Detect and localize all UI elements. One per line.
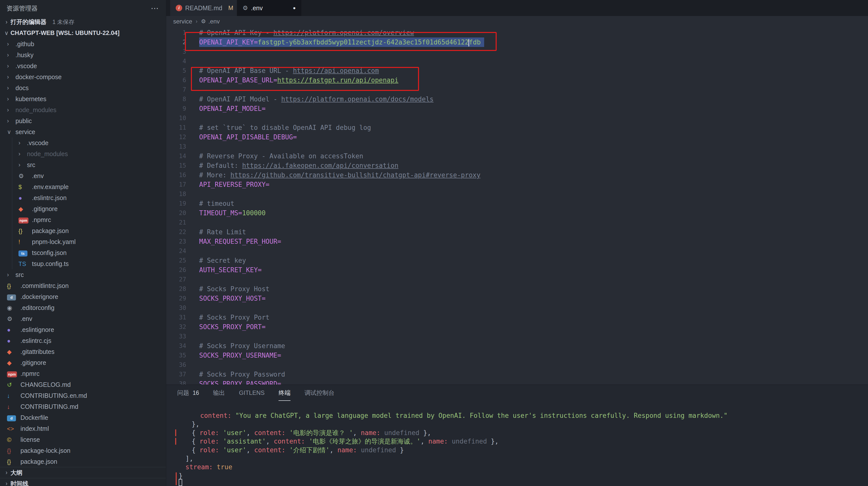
line-number: 14 (166, 151, 186, 161)
line-content: OPENAI_API_KEY=fastgpt-y6b3axfbdd5wyp011… (199, 37, 484, 47)
tab-readme[interactable]: iREADME.mdM (170, 0, 237, 16)
tree-file-CONTRIBUTING.en.md[interactable]: ↓CONTRIBUTING.en.md (0, 390, 166, 401)
tree-folder-node_modules[interactable]: ›node_modules (0, 105, 166, 115)
tree-file-CHANGELOG.md[interactable]: ↺CHANGELOG.md (0, 379, 166, 390)
editor-line: 38SOCKS_PROXY_PASSWORD= (166, 379, 868, 384)
tree-file-package.json[interactable]: {}package.json (0, 225, 166, 236)
panel-tab-gitlens[interactable]: GITLENS (239, 385, 265, 401)
tree-file-.env[interactable]: ⚙.env (0, 313, 166, 324)
eslint-icon: ● (7, 337, 11, 344)
tree-folder-src[interactable]: ›src (0, 159, 166, 170)
tree-file-.eslintrc.cjs[interactable]: ●.eslintrc.cjs (0, 335, 166, 346)
editor-line: 15# Default: https://ai.fakeopen.com/api… (166, 161, 868, 170)
line-number: 10 (166, 113, 186, 123)
tree-file-CONTRIBUTING.md[interactable]: ↓CONTRIBUTING.md (0, 401, 166, 412)
line-number: 9 (166, 104, 186, 113)
tree-file-.eslintignore[interactable]: ●.eslintignore (0, 324, 166, 335)
tree-file-.editorconfig[interactable]: ◉.editorconfig (0, 302, 166, 313)
tsconfig-icon: ts (19, 251, 27, 256)
line-content: MAX_REQUEST_PER_HOUR= (199, 237, 281, 246)
editor-line: 4 (166, 56, 868, 66)
panel-tab-problems[interactable]: 问题16 (177, 385, 199, 401)
tab-env[interactable]: ⚙.env● (237, 0, 302, 16)
tree-folder-kubernetes[interactable]: ›kubernetes (0, 93, 166, 105)
tree-folder-node_modules[interactable]: ›node_modules (0, 148, 166, 159)
file-label: public (16, 117, 32, 125)
tree-folder-.vscode[interactable]: ›.vscode (0, 137, 166, 148)
tree-folder-docs[interactable]: ›docs (0, 82, 166, 93)
eslint-icon: ● (7, 326, 11, 333)
section-timeline[interactable]: ›时间线 (0, 478, 166, 486)
line-content: AUTH_SECRET_KEY= (199, 265, 261, 275)
line-number: 11 (166, 123, 186, 132)
breadcrumb-service[interactable]: service (173, 18, 192, 25)
unsaved-dot-icon: ● (293, 5, 296, 11)
editor-line: 33 (166, 332, 868, 341)
tree-file-index.html[interactable]: <>index.html (0, 423, 166, 434)
markdown-icon: ↓ (7, 392, 10, 399)
tree-file-.gitignore[interactable]: ◆.gitignore (0, 203, 166, 214)
tree-folder-.github[interactable]: ›.github (0, 38, 166, 50)
tree-file-tsup.config.ts[interactable]: TStsup.config.ts (0, 258, 166, 269)
editor-line: 2OPENAI_API_KEY=fastgpt-y6b3axfbdd5wyp01… (166, 37, 868, 47)
terminal-line: } (179, 471, 183, 480)
tree-file-license[interactable]: ©license (0, 434, 166, 445)
file-label: .eslintrc.json (32, 194, 67, 202)
tree-file-package.json[interactable]: {}package.json (0, 456, 166, 467)
tree-file-package-lock.json[interactable]: {}package-lock.json (0, 445, 166, 456)
editor-line: 7 (166, 85, 868, 94)
json-icon: {} (7, 447, 11, 454)
tree-file-Dockerfile[interactable]: dDockerfile (0, 412, 166, 423)
command-decoration (175, 438, 176, 445)
file-label: .husky (16, 52, 33, 59)
tree-file-.npmrc[interactable]: npm.npmrc (0, 214, 166, 225)
tree-file-.env.example[interactable]: $.env.example (0, 181, 166, 192)
code-editor[interactable]: 1# OpenAI API Key - https://platform.ope… (166, 27, 868, 384)
tree-folder-service[interactable]: ∨service (0, 126, 166, 137)
tree-file-.env[interactable]: ⚙.env (0, 170, 166, 181)
tree-folder-docker-compose[interactable]: ›docker-compose (0, 72, 166, 82)
file-label: package.json (21, 458, 57, 465)
tree-file-.gitattributes[interactable]: ◆.gitattributes (0, 346, 166, 357)
line-number: 30 (166, 303, 186, 313)
panel-tab-terminal[interactable]: 终端 (279, 385, 290, 401)
gear-icon: ⚙ (243, 4, 248, 11)
file-label: CONTRIBUTING.en.md (21, 392, 87, 399)
editor-line: 20TIMEOUT_MS=100000 (166, 208, 868, 218)
section-project-root[interactable]: ∨ CHATGPT-WEB [WSL: UBUNTU-22.04] (0, 27, 166, 38)
more-actions-icon[interactable]: ⋯ (151, 3, 159, 13)
tree-file-.npmrc[interactable]: npm.npmrc (0, 368, 166, 379)
tree-file-.gitignore[interactable]: ◆.gitignore (0, 357, 166, 368)
open-editors-label: 打开的编辑器 (10, 18, 46, 26)
section-open-editors[interactable]: › 打开的编辑器 1 未保存 (0, 17, 166, 27)
git-icon: ◆ (7, 348, 11, 355)
line-number: 18 (166, 189, 186, 199)
chevron-right-icon: › (7, 271, 16, 278)
tree-folder-.vscode[interactable]: ›.vscode (0, 60, 166, 72)
tree-folder-public[interactable]: ›public (0, 115, 166, 126)
tree-folder-.husky[interactable]: ›.husky (0, 50, 166, 60)
docker-icon: d (7, 415, 16, 421)
chevron-right-icon: › (19, 151, 27, 158)
tree-file-.commitlintrc.json[interactable]: {}.commitlintrc.json (0, 280, 166, 291)
editor-line: 9OPENAI_API_MODEL= (166, 104, 868, 113)
line-number: 22 (166, 227, 186, 237)
editor-line: 31# Socks Proxy Port (166, 313, 868, 322)
editor-line: 12OPENAI_API_DISABLE_DEBUG= (166, 132, 868, 142)
section-outline[interactable]: ›大纲 (0, 467, 166, 478)
editor-line: 26AUTH_SECRET_KEY= (166, 265, 868, 275)
tree-file-.eslintrc.json[interactable]: ●.eslintrc.json (0, 192, 166, 203)
file-label: .env (21, 315, 32, 322)
tree-folder-src[interactable]: ›src (0, 269, 166, 280)
tree-file-pnpm-lock.yaml[interactable]: !pnpm-lock.yaml (0, 236, 166, 247)
breadcrumb-env[interactable]: .env (208, 18, 220, 25)
panel-tab-debug-console[interactable]: 调试控制台 (305, 385, 334, 401)
chevron-right-icon: › (7, 63, 16, 69)
line-content: # Secret key (199, 256, 246, 265)
tree-file-.dockerignore[interactable]: d.dockerignore (0, 291, 166, 302)
terminal-line: { role: 'assistant', content: '电影《玲芽之旅》的… (192, 437, 499, 446)
panel-tab-output[interactable]: 输出 (213, 385, 225, 401)
file-label: index.html (21, 425, 49, 432)
tree-file-tsconfig.json[interactable]: tstsconfig.json (0, 247, 166, 258)
gear-icon: ⚙ (19, 173, 24, 179)
